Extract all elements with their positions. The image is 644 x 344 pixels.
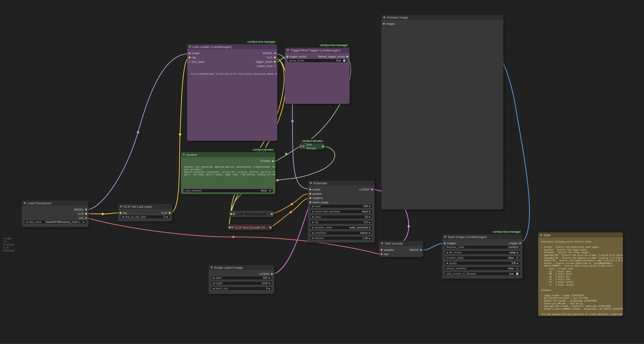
- wire-vae-image-to-save[interactable]: [421, 243, 444, 250]
- lora-loader-text[interactable]: <lora:CreateConcept_Illustrious:0.8> <lo…: [187, 68, 277, 75]
- combo-right-arrow-icon[interactable]: ▶: [517, 262, 518, 264]
- graph-canvas[interactable]: Load CheckpointMODELCLIPVAE◀ckpt_nameil\…: [0, 0, 644, 344]
- input-dot-positive[interactable]: [309, 193, 311, 195]
- widget-batch_size[interactable]: ◀batch_size3▶: [211, 287, 272, 290]
- node-load-checkpoint[interactable]: Load CheckpointMODELCLIPVAE◀ckpt_nameil\…: [22, 200, 88, 227]
- node-save-image[interactable]: comfyui-lora-managerSave Image (LoraMana…: [442, 234, 522, 279]
- node-titlebar[interactable]: TriggerWord Toggle (LoraManager): [285, 48, 350, 53]
- input-dot-trigger_words[interactable]: [286, 56, 288, 58]
- widget-height[interactable]: ◀height1216▶: [211, 281, 272, 285]
- widget-control_after_generate[interactable]: ◀control after generatefixed▶: [310, 210, 372, 214]
- combo-left-arrow-icon[interactable]: ◀: [312, 216, 313, 218]
- node-preview-image[interactable]: Preview Imageimages: [382, 15, 504, 210]
- collapse-toggle-icon[interactable]: [183, 154, 185, 156]
- widget-width[interactable]: ◀width832▶: [211, 276, 272, 280]
- node-clip-set-last-layer[interactable]: CLIP Set Last LayerclipCLIP◀stop_at_clip…: [118, 204, 172, 221]
- combo-right-arrow-icon[interactable]: ▶: [269, 282, 270, 284]
- widget-quality[interactable]: ◀quality100▶: [444, 261, 520, 265]
- input-dot-clip[interactable]: [120, 212, 122, 214]
- input-dot-model[interactable]: [188, 52, 190, 54]
- collapse-toggle-icon[interactable]: [24, 202, 26, 204]
- collapsed-output-dot[interactable]: [322, 146, 324, 147]
- reroute-dot[interactable]: [290, 211, 292, 214]
- reroute-dot[interactable]: [291, 203, 293, 206]
- collapse-toggle-icon[interactable]: [444, 236, 446, 238]
- combo-left-arrow-icon[interactable]: ◀: [446, 252, 448, 254]
- collapse-toggle-icon[interactable]: [287, 49, 289, 51]
- collapsed-output-dot[interactable]: [270, 226, 271, 228]
- toggle-dot-icon[interactable]: [343, 59, 346, 62]
- input-dot-images[interactable]: [383, 23, 385, 25]
- note-text[interactable]: Available filename_prefix Pattern Codes …: [538, 238, 623, 316]
- combo-right-arrow-icon[interactable]: ▶: [369, 237, 370, 239]
- collapse-toggle-icon[interactable]: [381, 242, 383, 244]
- node-titlebar[interactable]: Empty Latent Image: [208, 265, 274, 270]
- node-titlebar[interactable]: Note: [538, 232, 623, 238]
- output-dot-STRING[interactable]: [272, 160, 274, 162]
- combo-left-arrow-icon[interactable]: ◀: [312, 226, 313, 228]
- input-dot-vae[interactable]: [380, 253, 382, 255]
- widget-strip_newlines[interactable]: strip_newlinesfalse: [183, 189, 273, 192]
- collapsed-input-dot[interactable]: [230, 213, 232, 215]
- input-dot-negative[interactable]: [309, 197, 311, 199]
- collapsed-output-dot[interactable]: [271, 213, 273, 215]
- combo-right-arrow-icon[interactable]: ▶: [517, 252, 518, 254]
- collapse-toggle-icon[interactable]: [189, 46, 191, 48]
- node-titlebar[interactable]: Load Checkpoint: [22, 200, 88, 206]
- output-dot-CLIP[interactable]: [274, 56, 276, 58]
- combo-left-arrow-icon[interactable]: ◀: [446, 262, 448, 264]
- collapse-toggle-icon[interactable]: [210, 266, 213, 268]
- output-dot-MODEL[interactable]: [85, 208, 87, 210]
- toggle-dot-icon[interactable]: [516, 256, 518, 259]
- collapse-toggle-icon[interactable]: [302, 145, 304, 147]
- combo-right-arrow-icon[interactable]: ▶: [369, 205, 370, 207]
- output-dot-filtered_trigger_words[interactable]: [346, 56, 348, 58]
- output-dot-CLIP[interactable]: [85, 213, 87, 215]
- output-dot-LATENT[interactable]: [371, 188, 373, 190]
- output-dot-loaded_loras[interactable]: [274, 65, 276, 67]
- toggle-dot-icon[interactable]: [269, 190, 271, 192]
- widget-stop_at_clip_layer[interactable]: ◀stop_at_clip_layer-2▶: [120, 215, 170, 219]
- combo-right-arrow-icon[interactable]: ▶: [83, 221, 84, 223]
- combo-left-arrow-icon[interactable]: ◀: [213, 277, 214, 279]
- node-titlebar[interactable]: Preview Image: [382, 15, 504, 20]
- node-titlebar[interactable]: VAE Decode: [379, 241, 423, 246]
- collapsed-input-dot[interactable]: [300, 146, 302, 147]
- collapsed-input-dot[interactable]: [229, 226, 230, 228]
- node-join-strings[interactable]: comfyui-kjnodesJoin Strings: [299, 143, 325, 149]
- combo-left-arrow-icon[interactable]: ◀: [26, 221, 27, 223]
- collapse-toggle-icon[interactable]: [231, 226, 233, 228]
- output-dot-images[interactable]: [519, 242, 521, 244]
- input-dot-samples[interactable]: [380, 249, 382, 251]
- widget-filename_prefix[interactable]: filename_prefixComfyUI: [444, 245, 520, 249]
- combo-right-arrow-icon[interactable]: ▶: [369, 232, 370, 234]
- output-dot-MODEL[interactable]: [274, 52, 276, 54]
- output-dot-trigger_words[interactable]: [274, 61, 276, 63]
- node-vae-decode[interactable]: VAE DecodesamplesIMAGEvae: [379, 241, 423, 257]
- node-empty-latent-image[interactable]: Empty Latent ImageLATENT◀width832▶◀heigh…: [208, 265, 274, 294]
- input-dot-clip[interactable]: [188, 56, 190, 58]
- reroute-dot[interactable]: [285, 153, 288, 155]
- reroute-dot[interactable]: [137, 131, 139, 134]
- widget-steps[interactable]: ◀steps20▶: [310, 215, 372, 219]
- collapse-toggle-icon[interactable]: [383, 16, 386, 18]
- output-dot-CLIP[interactable]: [169, 212, 171, 214]
- combo-right-arrow-icon[interactable]: ▶: [369, 226, 370, 228]
- input-dot-latent_image[interactable]: [309, 201, 311, 203]
- collapse-toggle-icon[interactable]: [310, 182, 312, 184]
- node-clip-text-encode-positive[interactable]: CLIP Text Encode (Pr: [229, 211, 274, 217]
- combo-left-arrow-icon[interactable]: ◀: [213, 282, 214, 284]
- node-titlebar[interactable]: KSampler: [308, 180, 374, 186]
- widget-seed[interactable]: ◀seed409▶: [310, 204, 372, 208]
- combo-right-arrow-icon[interactable]: ▶: [269, 277, 270, 279]
- combo-right-arrow-icon[interactable]: ▶: [369, 210, 370, 213]
- combo-right-arrow-icon[interactable]: ▶: [369, 216, 370, 218]
- node-triggerword-toggle[interactable]: comfyui-lora-managerTriggerWord Toggle (…: [285, 48, 350, 104]
- node-ksampler[interactable]: KSamplermodelLATENTpositivenegativelaten…: [308, 180, 374, 243]
- combo-left-arrow-icon[interactable]: ◀: [122, 216, 124, 218]
- node-titlebar[interactable]: positive: [181, 152, 276, 157]
- input-dot-lora_stack[interactable]: [188, 61, 190, 63]
- toggle-dot-icon[interactable]: [516, 267, 518, 270]
- node-note[interactable]: NoteAvailable filename_prefix Pattern Co…: [538, 232, 623, 316]
- widget-ckpt_name[interactable]: ◀ckpt_nameil\waiNSFWIllustrious_v110.s..…: [24, 220, 86, 224]
